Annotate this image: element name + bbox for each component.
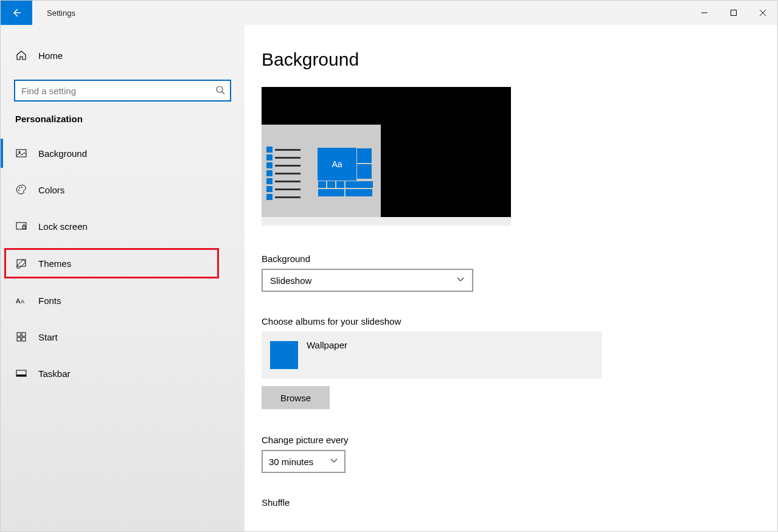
search-icon [215, 85, 225, 97]
minimize-icon [701, 9, 708, 16]
sidebar-item-label: Background [38, 148, 87, 159]
picture-icon [15, 148, 27, 159]
fonts-icon: AA [15, 295, 27, 305]
album-thumbnail [270, 341, 298, 369]
home-label: Home [38, 50, 63, 61]
sidebar-item-label: Taskbar [38, 368, 71, 379]
svg-rect-12 [23, 226, 26, 229]
change-picture-value: 30 minutes [269, 457, 313, 467]
chevron-down-icon [456, 275, 465, 286]
album-name: Wallpaper [307, 340, 347, 350]
sidebar-item-label: Lock screen [38, 221, 88, 232]
browse-label: Browse [280, 393, 311, 403]
sidebar-item-start[interactable]: Start [1, 322, 245, 351]
svg-rect-18 [17, 337, 21, 341]
back-arrow-icon [12, 8, 21, 18]
svg-rect-21 [16, 375, 26, 376]
change-picture-dropdown[interactable]: 30 minutes [262, 450, 346, 473]
album-item[interactable]: Wallpaper [262, 331, 602, 379]
svg-point-4 [217, 86, 223, 92]
maximize-button[interactable] [719, 1, 748, 25]
close-icon [759, 9, 766, 16]
desktop-preview: Aa [262, 87, 511, 226]
svg-line-5 [222, 92, 224, 94]
lockscreen-icon [15, 221, 27, 232]
sidebar-item-label: Themes [38, 258, 71, 269]
background-value: Slideshow [270, 275, 311, 286]
browse-button[interactable]: Browse [262, 386, 330, 409]
home-icon [15, 50, 27, 61]
sidebar-item-fonts[interactable]: AA Fonts [1, 286, 245, 315]
svg-text:A: A [16, 297, 21, 305]
sidebar: Home Personalization Background Colors [1, 25, 245, 531]
svg-point-7 [19, 151, 21, 153]
change-picture-label: Change picture every [262, 435, 760, 445]
chevron-down-icon [330, 456, 338, 467]
svg-point-8 [19, 187, 20, 188]
svg-rect-16 [17, 333, 21, 336]
start-icon [15, 331, 27, 342]
svg-point-9 [21, 187, 23, 188]
maximize-icon [730, 9, 737, 16]
sidebar-item-background[interactable]: Background [1, 139, 245, 168]
content: Background Aa [245, 25, 777, 531]
themes-icon [15, 258, 27, 269]
palette-icon [15, 184, 27, 195]
sidebar-item-taskbar[interactable]: Taskbar [1, 359, 245, 388]
search-input[interactable] [14, 80, 231, 102]
sidebar-item-label: Start [38, 332, 58, 342]
close-button[interactable] [748, 1, 777, 25]
sidebar-item-themes[interactable]: Themes [4, 248, 219, 278]
background-label: Background [262, 254, 760, 264]
svg-rect-1 [731, 10, 737, 16]
background-dropdown[interactable]: Slideshow [262, 269, 473, 292]
home-link[interactable]: Home [1, 43, 245, 67]
sidebar-item-label: Colors [38, 185, 64, 195]
shuffle-label: Shuffle [262, 497, 760, 508]
sidebar-item-colors[interactable]: Colors [1, 175, 245, 204]
svg-point-10 [18, 190, 19, 191]
sidebar-item-lockscreen[interactable]: Lock screen [1, 212, 245, 241]
titlebar: Settings [1, 1, 777, 25]
albums-label: Choose albums for your slideshow [262, 316, 760, 326]
sidebar-item-label: Fonts [38, 295, 61, 306]
minimize-button[interactable] [690, 1, 719, 25]
section-title: Personalization [1, 114, 245, 124]
preview-sample-text: Aa [318, 148, 356, 181]
back-button[interactable] [1, 1, 32, 25]
window-title: Settings [47, 9, 75, 18]
svg-rect-17 [22, 333, 26, 336]
page-title: Background [262, 49, 760, 70]
svg-rect-19 [22, 337, 26, 341]
svg-text:A: A [21, 299, 24, 305]
search-wrapper [14, 80, 231, 102]
taskbar-icon [15, 368, 27, 379]
